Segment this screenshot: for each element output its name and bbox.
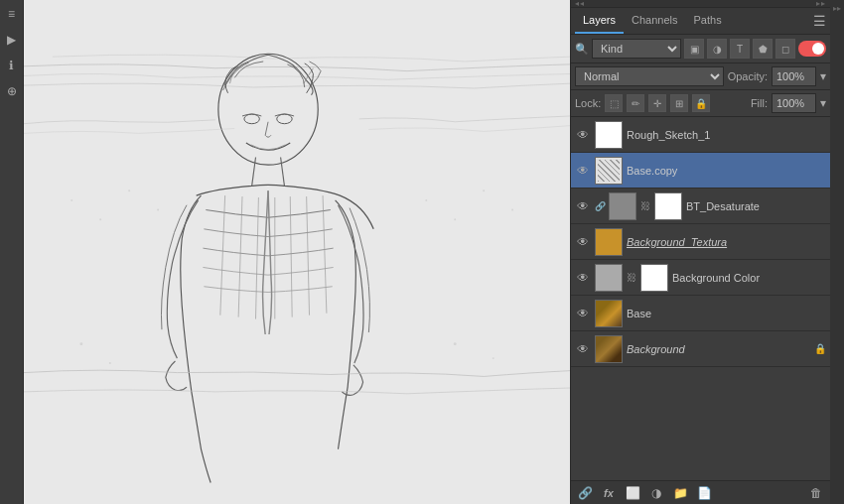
layer-chain-icon: ⛓ [627,272,636,283]
layer-chain-icon: ⛓ [640,200,650,211]
layer-item[interactable]: 👁 ⛓ Background Color [571,260,830,296]
info-tool-icon[interactable]: ℹ [2,56,22,75]
layer-mask [654,192,682,220]
layer-name: BT_Desaturate [686,200,826,212]
tab-paths[interactable]: Paths [686,8,730,34]
layer-link-icon: 🔗 [595,201,605,211]
layer-visibility-toggle[interactable]: 👁 [575,341,591,357]
svg-point-13 [109,362,111,364]
layer-thumbnail [609,192,636,220]
layer-visibility-toggle[interactable]: 👁 [575,198,591,214]
opacity-dropdown-icon[interactable]: ▾ [820,69,826,83]
panel-tabs: Layers Channels Paths ☰ [571,8,830,35]
blend-mode-select[interactable]: Normal Multiply Screen Overlay Soft Ligh… [575,66,724,86]
opacity-label: Opacity: [728,70,768,82]
right-mini-toolbar: ▸▸ [830,0,844,504]
svg-point-8 [425,199,427,201]
drag-dots-left: ◂◂ [575,0,585,8]
lock-pixel-btn[interactable]: ⬚ [605,94,623,112]
layer-visibility-toggle[interactable]: 👁 [575,306,591,321]
canvas-area [24,0,570,504]
svg-point-4 [70,199,72,201]
svg-point-10 [483,189,485,191]
svg-point-6 [128,189,130,191]
layer-thumbnail [595,300,623,327]
fill-label: Fill: [751,97,768,109]
play-tool-icon[interactable]: ▶ [2,30,22,50]
layer-item[interactable]: 👁 🔗 ⛓ BT_Desaturate [571,189,830,224]
tab-layers[interactable]: Layers [575,8,624,34]
layer-mask [640,264,668,292]
layer-thumbnail [595,157,623,185]
layer-item[interactable]: 👁 Rough_Sketch_1 [571,117,830,153]
lock-position-btn[interactable]: ✛ [648,94,666,112]
svg-point-12 [79,342,82,345]
layers-panel: ◂◂ ▸▸ Layers Channels Paths ☰ 🔍 Kind Nam… [570,0,830,504]
layers-bottom-toolbar: 🔗 fx ⬜ ◑ 📁 📄 🗑 [571,480,830,504]
layer-visibility-toggle[interactable]: 👁 [575,234,591,250]
lock-row: Lock: ⬚ ✏ ✛ ⊞ 🔒 Fill: ▾ [571,90,830,117]
layer-filter-row: 🔍 Kind Name Effect Mode Attribute Color … [571,35,830,63]
filter-kind-select[interactable]: Kind Name Effect Mode Attribute Color [592,39,681,59]
search-icon: 🔍 [575,43,589,56]
layer-visibility-toggle[interactable]: 👁 [575,163,591,179]
filter-pixel-icon[interactable]: ▣ [684,39,704,59]
layers-tool-icon[interactable]: ≡ [2,4,22,24]
panel-drag-handle[interactable]: ◂◂ ▸▸ [571,0,830,8]
layer-item[interactable]: 👁 Base [571,296,830,331]
opacity-input[interactable] [772,66,816,86]
fill-dropdown-icon[interactable]: ▾ [820,96,826,110]
new-layer-btn[interactable]: 📄 [694,484,714,502]
layer-name: Rough_Sketch_1 [627,129,826,141]
layer-thumbnail [595,264,623,292]
lock-label: Lock: [575,97,601,109]
panel-menu-button[interactable]: ☰ [813,13,826,29]
layer-item[interactable]: 👁 Background 🔒 [571,331,830,367]
layer-visibility-toggle[interactable]: 👁 [575,270,591,286]
link-layers-btn[interactable]: 🔗 [575,484,595,502]
layer-name: Background Color [672,272,826,284]
left-toolbar: ≡ ▶ ℹ ⊕ [0,0,24,504]
new-group-btn[interactable]: 📁 [670,484,690,502]
layer-thumbnail [595,228,623,256]
svg-point-5 [99,218,101,220]
layer-name: Base.copy [627,165,826,177]
layer-visibility-toggle[interactable]: 👁 [575,127,591,143]
sketch-svg [24,0,570,504]
layer-name: Base [627,308,826,319]
layer-name: Background_Textura [627,236,826,248]
svg-point-14 [454,342,457,345]
svg-point-7 [157,209,159,211]
filter-type-icon[interactable]: T [730,39,750,59]
delete-layer-btn[interactable]: 🗑 [806,484,826,502]
layer-thumbnail [595,335,623,363]
add-mask-btn[interactable]: ⬜ [623,484,642,502]
layer-thumbnail [595,121,623,149]
new-adjustment-layer-btn[interactable]: ◑ [646,484,666,502]
layers-list: 👁 Rough_Sketch_1 👁 Base.copy 👁 🔗 ⛓ BT_De… [571,117,830,480]
right-drag-dots: ▸▸ [833,4,841,13]
svg-point-15 [492,357,494,359]
layer-item[interactable]: 👁 Base.copy [571,153,830,189]
filter-shape-icon[interactable]: ⬟ [753,39,773,59]
filter-toggle[interactable] [798,41,826,57]
layer-lock-icon: 🔒 [814,343,826,354]
lock-image-btn[interactable]: ✏ [627,94,644,112]
drag-dots-right: ▸▸ [816,0,826,8]
filter-adjustment-icon[interactable]: ◑ [707,39,727,59]
tab-channels[interactable]: Channels [624,8,685,34]
svg-rect-0 [24,9,570,495]
lock-all-btn[interactable]: 🔒 [692,94,710,112]
svg-point-11 [511,209,513,211]
svg-point-9 [454,218,456,220]
fill-input[interactable] [772,93,816,113]
layer-item[interactable]: 👁 Background_Textura [571,224,830,260]
filter-smart-icon[interactable]: ◻ [775,39,795,59]
layer-name: Background [627,343,810,355]
add-layer-style-btn[interactable]: fx [599,484,619,502]
blend-mode-row: Normal Multiply Screen Overlay Soft Ligh… [571,63,830,90]
filter-toggle-dot [812,43,824,55]
canvas-sketch [24,0,570,504]
move-tool-icon[interactable]: ⊕ [2,81,22,101]
lock-artboard-btn[interactable]: ⊞ [670,94,688,112]
